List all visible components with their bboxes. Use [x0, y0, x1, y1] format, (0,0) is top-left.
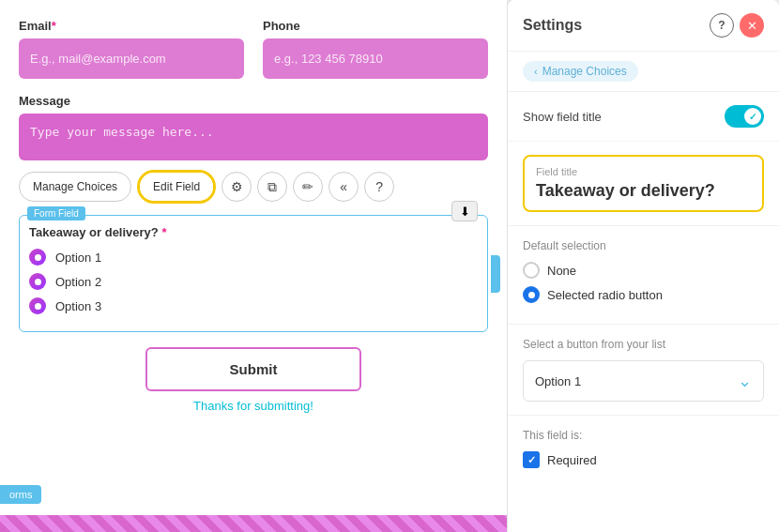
- selected-radio-circle[interactable]: [523, 286, 540, 303]
- required-section: This field is: ✓ Required: [508, 416, 779, 481]
- toggle-knob: ✓: [744, 108, 761, 125]
- thanks-text: Thanks for submitting!: [19, 399, 488, 413]
- email-label-text: Email: [19, 19, 52, 33]
- show-field-title-label: Show field title: [523, 110, 602, 124]
- submit-section: Submit Thanks for submitting!: [19, 347, 488, 413]
- message-label: Message: [19, 94, 488, 108]
- settings-close-button[interactable]: ✕: [740, 13, 764, 38]
- forms-badge: orms: [0, 485, 41, 504]
- form-field-section: Form Field ⬇ Takeaway or delivery? * Opt…: [19, 215, 488, 332]
- this-field-label: This field is:: [523, 429, 764, 442]
- phone-label: Phone: [263, 19, 488, 33]
- required-checkbox[interactable]: ✓: [523, 451, 540, 468]
- none-label: None: [547, 264, 576, 278]
- show-field-title-row: Show field title ✓: [508, 92, 779, 142]
- select-dropdown[interactable]: Option 1 ⌄: [523, 360, 764, 402]
- form-panel: Email* Phone Message Manage Choices Edit…: [0, 0, 507, 532]
- form-field-badge: Form Field: [27, 206, 85, 220]
- radio-dot-inner-2: [35, 279, 41, 285]
- select-button-label: Select a button from your list: [523, 338, 764, 351]
- form-field-title: Takeaway or delivery? *: [29, 225, 459, 239]
- help-icon-btn[interactable]: ?: [364, 172, 394, 202]
- option-3-row: Option 3: [29, 297, 459, 314]
- select-dropdown-value: Option 1: [535, 374, 581, 388]
- email-phone-row: Email* Phone: [19, 19, 488, 79]
- bottom-strip: [0, 515, 507, 532]
- settings-panel: Settings ? ✕ ‹ Manage Choices Show field…: [507, 0, 779, 532]
- selected-radio-label: Selected radio button: [547, 288, 663, 302]
- form-field-title-text: Takeaway or delivery?: [29, 225, 159, 239]
- edit-field-highlight: Edit Field: [137, 170, 216, 204]
- message-section: Message Manage Choices Edit Field ⚙ ⧉ ✏ …: [19, 94, 488, 204]
- default-selection-section: Default selection None Selected radio bu…: [508, 226, 779, 325]
- select-button-section: Select a button from your list Option 1 …: [508, 325, 779, 416]
- radio-dot-inner: [35, 254, 41, 261]
- option-2-label: Option 2: [55, 275, 101, 289]
- default-selection-title: Default selection: [523, 239, 764, 252]
- settings-header: Settings ? ✕: [508, 0, 779, 52]
- none-radio-circle[interactable]: [523, 262, 540, 279]
- phone-label-text: Phone: [263, 19, 300, 33]
- option-2-row: Option 2: [29, 273, 459, 290]
- option-1-label: Option 1: [55, 251, 101, 265]
- toggle-check-icon: ✓: [749, 112, 756, 122]
- option-2-radio[interactable]: [29, 273, 46, 290]
- settings-title: Settings: [523, 17, 582, 34]
- message-input-wrapper: [19, 114, 488, 164]
- breadcrumb-manage-choices[interactable]: ‹ Manage Choices: [523, 61, 638, 82]
- field-title-box: Field title Takeaway or delivery?: [523, 155, 764, 212]
- settings-body: Show field title ✓ Field title Takeaway …: [508, 92, 779, 532]
- forms-badge-text: orms: [9, 489, 32, 500]
- required-label: Required: [547, 453, 597, 467]
- required-row: ✓ Required: [523, 451, 764, 468]
- show-field-title-toggle[interactable]: ✓: [725, 105, 764, 128]
- radio-dot-inner-3: [35, 303, 41, 310]
- email-input[interactable]: [19, 38, 244, 79]
- download-btn[interactable]: ⬇: [451, 201, 478, 221]
- settings-icon-btn[interactable]: ⚙: [221, 172, 252, 202]
- toolbar-row: Manage Choices Edit Field ⚙ ⧉ ✏ « ?: [19, 170, 488, 204]
- checkbox-check-icon: ✓: [527, 454, 536, 466]
- edit-icon-btn[interactable]: ✏: [293, 172, 323, 202]
- phone-group: Phone: [263, 19, 488, 79]
- field-title-label: Field title: [536, 166, 751, 177]
- field-title-value: Takeaway or delivery?: [536, 181, 751, 201]
- settings-header-actions: ? ✕: [710, 13, 764, 38]
- field-title-section: Field title Takeaway or delivery?: [508, 142, 779, 226]
- option-3-label: Option 3: [55, 299, 101, 313]
- option-1-row: Option 1: [29, 249, 459, 266]
- submit-button[interactable]: Submit: [145, 347, 361, 391]
- phone-input[interactable]: [263, 38, 488, 79]
- manage-choices-button[interactable]: Manage Choices: [19, 172, 131, 202]
- option-1-radio[interactable]: [29, 249, 46, 266]
- email-required-star: *: [52, 19, 56, 33]
- dropdown-arrow-icon: ⌄: [738, 371, 752, 391]
- edit-field-button[interactable]: Edit Field: [140, 173, 213, 201]
- message-textarea[interactable]: [19, 114, 488, 160]
- settings-breadcrumb: ‹ Manage Choices: [508, 52, 779, 92]
- undo-icon-btn[interactable]: «: [328, 172, 359, 202]
- email-group: Email*: [19, 19, 244, 79]
- none-radio-row: None: [523, 262, 764, 279]
- copy-icon-btn[interactable]: ⧉: [257, 172, 287, 202]
- field-required-star: *: [161, 225, 166, 239]
- email-label: Email*: [19, 19, 244, 33]
- option-3-radio[interactable]: [29, 297, 46, 314]
- breadcrumb-label: Manage Choices: [542, 65, 627, 78]
- field-side-handle[interactable]: [491, 255, 500, 293]
- breadcrumb-chevron-icon: ‹: [534, 66, 538, 77]
- selected-radio-row: Selected radio button: [523, 286, 764, 303]
- settings-help-button[interactable]: ?: [710, 13, 734, 38]
